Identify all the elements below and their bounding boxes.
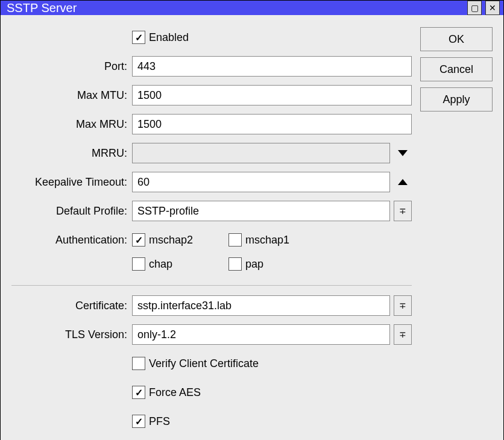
pfs-checkbox[interactable] — [132, 415, 145, 428]
mrru-label: MRRU: — [11, 147, 132, 160]
default-profile-label: Default Profile: — [11, 205, 132, 218]
chevron-up-icon — [398, 179, 408, 185]
port-label: Port: — [11, 60, 132, 73]
authentication-label: Authentication: — [11, 234, 132, 247]
row-auth-1: Authentication: mschap2 mschap1 — [11, 230, 412, 250]
row-max-mru: Max MRU: — [11, 114, 412, 134]
row-keepalive: Keepalive Timeout: — [11, 172, 412, 192]
enabled-checkbox[interactable] — [132, 31, 145, 44]
mschap1-checkbox[interactable] — [228, 233, 242, 247]
certificate-input[interactable] — [132, 295, 390, 316]
max-mtu-label: Max MTU: — [11, 89, 132, 102]
keepalive-label: Keepalive Timeout: — [11, 176, 132, 189]
row-enabled: Enabled — [11, 27, 412, 48]
verify-client-checkbox[interactable] — [132, 357, 145, 370]
restore-button[interactable]: ▢ — [467, 1, 482, 15]
max-mtu-input[interactable] — [132, 85, 412, 105]
row-tls-version: TLS Version: ∓ — [11, 324, 412, 345]
verify-client-checkbox-label[interactable]: Verify Client Certificate — [132, 357, 259, 370]
keepalive-input[interactable] — [132, 172, 390, 192]
dropdown-icon: ∓ — [399, 207, 406, 215]
chap-text: chap — [149, 258, 172, 271]
verify-client-text: Verify Client Certificate — [149, 357, 259, 370]
row-verify-client: Verify Client Certificate — [11, 353, 412, 374]
row-pfs: PFS — [11, 411, 412, 432]
apply-button[interactable]: Apply — [420, 87, 493, 112]
pap-text: pap — [245, 258, 263, 271]
mrru-input[interactable] — [132, 143, 390, 163]
pfs-text: PFS — [149, 415, 170, 428]
cancel-button[interactable]: Cancel — [420, 57, 493, 81]
max-mru-input[interactable] — [132, 114, 412, 134]
dropdown-icon: ∓ — [399, 301, 406, 310]
tls-version-input[interactable] — [132, 324, 390, 345]
pap-checkbox[interactable] — [228, 257, 242, 271]
tls-version-dropdown-button[interactable]: ∓ — [394, 324, 412, 345]
mschap2-checkbox-label[interactable]: mschap2 — [132, 233, 210, 247]
pap-checkbox-label[interactable]: pap — [228, 257, 307, 271]
default-profile-dropdown-button[interactable]: ∓ — [394, 201, 412, 221]
tls-version-label: TLS Version: — [11, 328, 132, 341]
port-input[interactable] — [132, 56, 412, 77]
force-aes-checkbox[interactable] — [132, 386, 145, 399]
default-profile-input[interactable] — [132, 201, 390, 221]
mschap2-text: mschap2 — [149, 234, 193, 247]
row-default-profile: Default Profile: ∓ — [11, 201, 412, 221]
force-aes-text: Force AES — [149, 386, 201, 399]
titlebar-buttons: ▢ ✕ — [467, 1, 500, 15]
chap-checkbox[interactable] — [132, 257, 145, 271]
enabled-checkbox-label[interactable]: Enabled — [132, 31, 189, 44]
force-aes-checkbox-label[interactable]: Force AES — [132, 386, 201, 399]
close-icon: ✕ — [489, 4, 496, 12]
restore-icon: ▢ — [471, 4, 479, 12]
mrru-expand-button[interactable] — [394, 143, 412, 163]
row-port: Port: — [11, 56, 412, 77]
form-column: Enabled Port: Max MTU: Max MRU: — [11, 27, 412, 440]
certificate-label: Certificate: — [11, 300, 132, 312]
sstp-server-window: SSTP Server ▢ ✕ Enabled — [0, 0, 504, 440]
mschap1-text: mschap1 — [245, 234, 289, 247]
titlebar: SSTP Server ▢ ✕ — [1, 1, 503, 15]
side-buttons: OK Cancel Apply — [420, 27, 493, 440]
mschap2-checkbox[interactable] — [132, 233, 145, 247]
mschap1-checkbox-label[interactable]: mschap1 — [228, 233, 307, 247]
keepalive-collapse-button[interactable] — [394, 172, 412, 192]
enabled-text: Enabled — [149, 31, 189, 44]
row-max-mtu: Max MTU: — [11, 85, 412, 105]
chevron-down-icon — [398, 150, 408, 156]
ok-button[interactable]: OK — [420, 27, 493, 51]
window-title: SSTP Server — [7, 1, 77, 15]
row-certificate: Certificate: ∓ — [11, 295, 412, 316]
row-mrru: MRRU: — [11, 143, 412, 163]
separator — [11, 285, 412, 286]
dropdown-icon: ∓ — [399, 330, 406, 339]
row-auth-2: chap pap — [11, 254, 412, 274]
pfs-checkbox-label[interactable]: PFS — [132, 415, 170, 428]
max-mru-label: Max MRU: — [11, 118, 132, 131]
certificate-dropdown-button[interactable]: ∓ — [394, 295, 412, 316]
row-force-aes: Force AES — [11, 382, 412, 403]
dialog-body: Enabled Port: Max MTU: Max MRU: — [1, 15, 503, 440]
chap-checkbox-label[interactable]: chap — [132, 257, 210, 271]
close-button[interactable]: ✕ — [485, 1, 500, 15]
